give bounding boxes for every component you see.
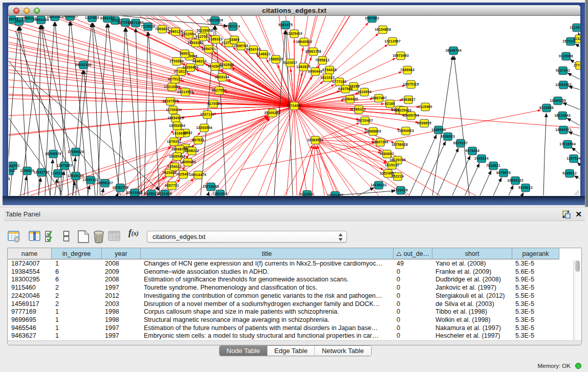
svg-text:16154808: 16154808 <box>375 28 391 31</box>
svg-text:10961758: 10961758 <box>305 50 321 53</box>
svg-text:1112473: 1112473 <box>570 26 580 29</box>
svg-text:13353594: 13353594 <box>196 126 212 129</box>
svg-text:12923448: 12923448 <box>126 191 143 194</box>
svg-text:9242845: 9242845 <box>208 64 222 68</box>
svg-text:6466102: 6466102 <box>100 16 115 20</box>
svg-text:277464: 277464 <box>574 63 580 67</box>
svg-text:2405573: 2405573 <box>9 17 18 21</box>
svg-text:15720407: 15720407 <box>357 119 373 122</box>
svg-text:1362615: 1362615 <box>296 65 311 69</box>
svg-text:7986322: 7986322 <box>352 107 366 111</box>
svg-text:14671355: 14671355 <box>127 21 144 25</box>
svg-text:12975857: 12975857 <box>56 164 73 167</box>
svg-text:1167534: 1167534 <box>567 157 580 160</box>
svg-text:391511: 391511 <box>9 169 15 172</box>
svg-text:1588520: 1588520 <box>269 57 283 61</box>
svg-text:9361475: 9361475 <box>278 23 293 27</box>
svg-text:6794028: 6794028 <box>322 68 337 72</box>
svg-text:10688609: 10688609 <box>365 129 381 133</box>
svg-text:7663822: 7663822 <box>155 27 169 31</box>
svg-text:17016504: 17016504 <box>559 142 576 146</box>
svg-text:8912954: 8912954 <box>182 32 196 36</box>
svg-text:4648212: 4648212 <box>192 59 207 63</box>
svg-text:12935135: 12935135 <box>68 174 84 178</box>
svg-text:1170063: 1170063 <box>166 108 180 112</box>
svg-text:8960124: 8960124 <box>168 30 183 33</box>
svg-text:113284: 113284 <box>573 37 580 40</box>
svg-text:7955812: 7955812 <box>315 58 330 62</box>
svg-text:13553594: 13553594 <box>169 124 185 127</box>
svg-text:16046798: 16046798 <box>171 147 188 151</box>
svg-text:2935114: 2935114 <box>474 157 488 160</box>
svg-text:1156829: 1156829 <box>20 169 34 172</box>
svg-text:20691406: 20691406 <box>33 18 49 21</box>
svg-text:16210643: 16210643 <box>554 114 571 117</box>
svg-text:8938923: 8938923 <box>441 135 455 138</box>
svg-text:1640954: 1640954 <box>431 128 446 132</box>
svg-text:19654925: 19654925 <box>167 116 184 120</box>
svg-text:9657791: 9657791 <box>165 184 179 187</box>
svg-text:9115460: 9115460 <box>418 105 432 108</box>
svg-text:13692971: 13692971 <box>555 128 572 132</box>
svg-text:62160: 62160 <box>385 102 395 105</box>
svg-text:887833: 887833 <box>192 138 204 142</box>
svg-text:8215958: 8215958 <box>539 106 554 110</box>
svg-text:10099443: 10099443 <box>169 155 185 158</box>
svg-text:10654122: 10654122 <box>507 179 524 182</box>
svg-text:10653267: 10653267 <box>47 16 63 18</box>
svg-text:15469: 15469 <box>229 38 239 41</box>
svg-text:8427552: 8427552 <box>212 89 226 92</box>
svg-text:15716485: 15716485 <box>203 185 219 188</box>
svg-text:252214: 252214 <box>391 174 404 178</box>
svg-text:53226058: 53226058 <box>197 29 213 32</box>
svg-text:5322037: 5322037 <box>283 61 297 64</box>
svg-text:16107575: 16107575 <box>162 99 179 103</box>
svg-text:6990448: 6990448 <box>308 70 322 73</box>
svg-text:16543362: 16543362 <box>187 41 204 45</box>
svg-text:13495754: 13495754 <box>403 114 419 117</box>
svg-text:9227342: 9227342 <box>556 69 570 72</box>
svg-text:29053346: 29053346 <box>75 63 92 67</box>
svg-text:13654923: 13654923 <box>398 129 414 133</box>
svg-text:11325419: 11325419 <box>286 32 302 35</box>
svg-text:4275122: 4275122 <box>168 77 182 81</box>
svg-text:7254021: 7254021 <box>167 165 182 168</box>
svg-text:1878331: 1878331 <box>167 140 181 143</box>
svg-text:9463627: 9463627 <box>401 98 416 101</box>
svg-text:9245612: 9245612 <box>518 186 533 189</box>
svg-text:7625402: 7625402 <box>176 172 190 176</box>
svg-text:417006: 417006 <box>207 102 220 105</box>
svg-text:7625402: 7625402 <box>162 171 177 174</box>
svg-text:16914479: 16914479 <box>190 173 206 177</box>
svg-text:9777169: 9777169 <box>332 80 346 83</box>
svg-text:16648784: 16648784 <box>445 49 462 52</box>
svg-text:1733426: 1733426 <box>394 188 408 192</box>
svg-text:12213967: 12213967 <box>384 39 401 43</box>
svg-text:7632621: 7632621 <box>486 164 500 167</box>
svg-text:13975115: 13975115 <box>403 82 419 86</box>
svg-text:1145194: 1145194 <box>51 171 64 175</box>
svg-text:16782759: 16782759 <box>112 186 128 189</box>
svg-text:9245012: 9245012 <box>144 192 159 195</box>
svg-text:1621022: 1621022 <box>320 76 335 79</box>
svg-text:9245012: 9245012 <box>562 171 577 175</box>
svg-text:6879197: 6879197 <box>453 141 468 145</box>
svg-text:9084067: 9084067 <box>380 152 394 156</box>
svg-text:8454749: 8454749 <box>246 48 260 51</box>
svg-text:9129966: 9129966 <box>559 54 573 58</box>
svg-text:14136141: 14136141 <box>371 183 387 187</box>
svg-text:9146821: 9146821 <box>256 52 271 56</box>
svg-text:1881304: 1881304 <box>213 192 227 195</box>
svg-text:9232541: 9232541 <box>300 192 314 196</box>
svg-text:2803144: 2803144 <box>215 75 229 79</box>
svg-text:10958107: 10958107 <box>97 181 113 185</box>
svg-text:19384554: 19384554 <box>307 138 323 142</box>
svg-text:18807249: 18807249 <box>372 140 388 144</box>
svg-text:17359924: 17359924 <box>68 150 84 154</box>
svg-text:10807487: 10807487 <box>371 96 387 100</box>
svg-text:14200461: 14200461 <box>182 65 199 69</box>
svg-text:2087682: 2087682 <box>365 16 379 20</box>
svg-text:1554761: 1554761 <box>202 47 216 51</box>
svg-text:7515526: 7515526 <box>141 25 155 28</box>
svg-text:6497568: 6497568 <box>338 87 353 91</box>
